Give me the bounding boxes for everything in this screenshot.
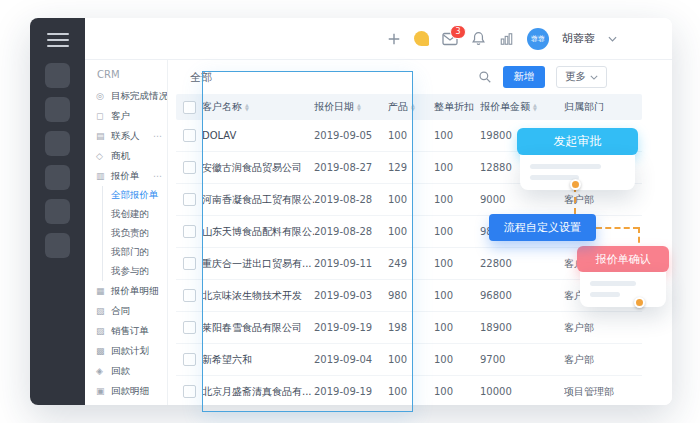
table-cell: 100 xyxy=(388,354,434,365)
table-cell: 198 xyxy=(388,322,434,333)
rail-app-icon[interactable] xyxy=(45,165,70,190)
row-checkbox[interactable] xyxy=(183,385,196,398)
rail-app-icon[interactable] xyxy=(45,97,70,122)
row-checkbox[interactable] xyxy=(183,129,196,142)
rail-app-icon[interactable] xyxy=(45,199,70,224)
connector-line xyxy=(574,186,576,214)
sidebar-item[interactable]: ▩回款计划 xyxy=(85,341,167,361)
sidebar-item-label: 销售订单 xyxy=(111,325,149,338)
select-all-checkbox[interactable] xyxy=(183,101,196,114)
table-cell: 100 xyxy=(434,162,480,173)
search-icon[interactable] xyxy=(478,70,492,84)
topbar: 3 蓉蓉 胡蓉蓉 xyxy=(85,18,672,60)
column-header[interactable]: 报价单金额▲▼ xyxy=(480,100,564,114)
avatar[interactable]: 蓉蓉 xyxy=(527,28,549,50)
sidebar-item[interactable]: ▤联系人⋯ xyxy=(85,126,167,146)
row-checkbox[interactable] xyxy=(183,257,196,270)
table-cell: 2019-09-03 xyxy=(314,290,388,301)
column-header[interactable]: 报价日期▲▼ xyxy=(314,100,388,114)
main-content: 全部 新增 更多 客户名称▲▼报价日期▲▼产品▲▼整单折扣报价单金额▲▼归属部门… xyxy=(168,60,672,405)
payment-icon: ◈ xyxy=(96,366,107,376)
sidebar-menu-bottom: ▦报价单明细▧合同▨销售订单▩回款计划◈回款▣回款明细 xyxy=(85,281,167,401)
sidebar-item-label: 报价单明细 xyxy=(111,285,159,298)
table-row[interactable]: 莱阳春雪食品有限公司2019-09-1919810018900客户部 xyxy=(176,312,642,344)
table-cell: 2019-09-11 xyxy=(314,258,388,269)
sidebar-subitem[interactable]: 全部报价单 xyxy=(103,186,167,205)
sidebar-subitem[interactable]: 我负责的 xyxy=(103,224,167,243)
row-checkbox[interactable] xyxy=(183,225,196,238)
column-header[interactable]: 归属部门 xyxy=(564,100,642,114)
sidebar-item[interactable]: ◻客户 xyxy=(85,106,167,126)
chevron-down-icon xyxy=(590,75,598,80)
sort-icon[interactable]: ▲▼ xyxy=(357,103,361,111)
table-row[interactable]: 北京月盛斋清真食品有...2019-09-1910010010000项目管理部 xyxy=(176,376,642,405)
chevron-down-icon[interactable] xyxy=(608,36,617,42)
table-cell: 100 xyxy=(434,386,480,397)
sidebar-item[interactable]: ▨销售订单 xyxy=(85,321,167,341)
sidebar-item[interactable]: ◎目标完成情况 xyxy=(85,86,167,106)
table-row[interactable]: 新希望六和2019-09-041001009700客户部 xyxy=(176,344,642,376)
callout-quote-confirm: 报价单确认 xyxy=(577,246,669,307)
menu-icon[interactable] xyxy=(47,33,69,47)
table-cell: 249 xyxy=(388,258,434,269)
more-dots-icon[interactable]: ⋯ xyxy=(153,171,162,181)
sidebar-item-label: 回款明细 xyxy=(111,385,149,398)
mail-badge: 3 xyxy=(450,25,466,39)
more-button[interactable]: 更多 xyxy=(556,66,607,88)
more-dots-icon[interactable]: ⋯ xyxy=(153,131,162,141)
new-button[interactable]: 新增 xyxy=(503,66,545,88)
row-checkbox[interactable] xyxy=(183,161,196,174)
plus-icon[interactable] xyxy=(387,32,401,46)
initiate-approval-label[interactable]: 发起审批 xyxy=(517,128,638,155)
columns-icon[interactable] xyxy=(499,32,514,46)
column-header[interactable]: 整单折扣 xyxy=(434,100,480,114)
sort-icon[interactable]: ▲▼ xyxy=(245,103,249,111)
sidebar-item-label: 报价单 xyxy=(111,170,140,183)
column-header[interactable]: 客户名称▲▼ xyxy=(202,100,314,114)
row-checkbox[interactable] xyxy=(183,321,196,334)
rail-app-icon[interactable] xyxy=(45,63,70,88)
customer-icon: ◻ xyxy=(96,111,107,121)
sort-icon[interactable]: ▲▼ xyxy=(411,103,415,111)
chat-bubble-icon[interactable] xyxy=(414,31,429,46)
table-cell: 10000 xyxy=(480,386,564,397)
sidebar-item[interactable]: ▧合同 xyxy=(85,301,167,321)
column-header[interactable]: 产品▲▼ xyxy=(388,100,434,114)
quote-detail-icon: ▦ xyxy=(96,286,107,296)
table-cell: 100 xyxy=(388,194,434,205)
contact-icon: ▤ xyxy=(96,131,107,141)
mail-icon[interactable]: 3 xyxy=(442,32,458,46)
table-cell: 22800 xyxy=(480,258,564,269)
table-row[interactable]: 重庆合一进出口贸易有...2019-09-1124910022800客户部 xyxy=(176,248,642,280)
table-cell: 客户部 xyxy=(564,353,642,367)
table-cell: 新希望六和 xyxy=(202,353,314,367)
sidebar-item[interactable]: ◈回款 xyxy=(85,361,167,381)
rail-app-icon[interactable] xyxy=(45,233,70,258)
table-cell: 重庆合一进出口贸易有... xyxy=(202,257,314,271)
table-cell: 100 xyxy=(434,226,480,237)
table-cell: 100 xyxy=(434,322,480,333)
sidebar-item[interactable]: ◇商机 xyxy=(85,146,167,166)
row-checkbox[interactable] xyxy=(183,353,196,366)
sidebar-item[interactable]: ▥报价单⋯ xyxy=(85,166,167,186)
sidebar-item[interactable]: ▣回款明细 xyxy=(85,381,167,401)
sidebar-subitem[interactable]: 我创建的 xyxy=(103,205,167,224)
sort-icon[interactable]: ▲▼ xyxy=(533,103,537,111)
filter-all[interactable]: 全部 xyxy=(190,70,212,85)
sidebar-item[interactable]: ▦报价单明细 xyxy=(85,281,167,301)
table-row[interactable]: 北京味浓生物技术开发2019-09-0398010096800客户部 xyxy=(176,280,642,312)
sidebar-menu-top: ◎目标完成情况◻客户▤联系人⋯◇商机▥报价单⋯ xyxy=(85,86,167,186)
rail-app-icon[interactable] xyxy=(45,131,70,156)
table-cell: 100 xyxy=(388,386,434,397)
table-header-row: 客户名称▲▼报价日期▲▼产品▲▼整单折扣报价单金额▲▼归属部门 xyxy=(176,94,642,120)
user-name[interactable]: 胡蓉蓉 xyxy=(562,31,595,46)
quote-confirm-label[interactable]: 报价单确认 xyxy=(577,246,669,272)
bell-icon[interactable] xyxy=(471,31,486,46)
process-custom-settings-button[interactable]: 流程自定义设置 xyxy=(489,214,596,241)
sidebar-subitem[interactable]: 我参与的 xyxy=(103,262,167,281)
dark-rail xyxy=(30,18,85,405)
row-checkbox[interactable] xyxy=(183,289,196,302)
row-checkbox[interactable] xyxy=(183,193,196,206)
sidebar-subitem[interactable]: 我部门的 xyxy=(103,243,167,262)
opportunity-icon: ◇ xyxy=(96,151,107,161)
